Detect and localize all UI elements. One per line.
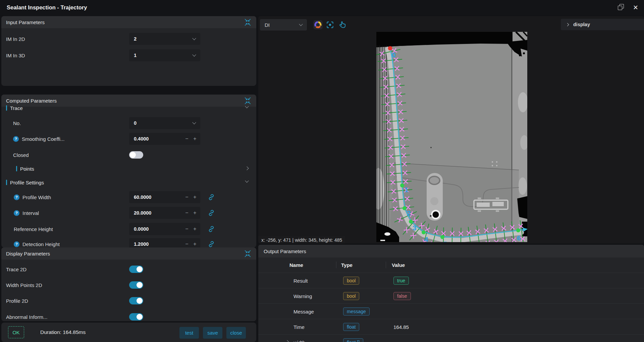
increment-button[interactable]: + <box>191 136 199 142</box>
test-button[interactable]: test <box>179 327 199 339</box>
link-icon[interactable] <box>208 226 215 232</box>
input-value: 0.4000 <box>129 136 183 141</box>
table-row-warning[interactable]: Warning bool false <box>258 288 644 303</box>
param-row-closed: Closed <box>1 149 256 161</box>
save-button[interactable]: save <box>203 327 222 339</box>
width-points-2d-toggle[interactable] <box>129 281 143 289</box>
type-badge: float <box>343 323 359 331</box>
svg-text:5: 5 <box>443 240 447 242</box>
section-points[interactable]: Points <box>1 164 256 174</box>
value-cell: true <box>393 273 409 288</box>
display-side-tab[interactable]: display <box>561 19 644 30</box>
help-icon[interactable]: ? <box>13 136 19 142</box>
restore-window-button[interactable] <box>616 2 626 12</box>
sealant-inspection-window: Sealant Inspection - Trajectory ✕ Input … <box>0 0 644 342</box>
param-label: Detection Height <box>22 241 60 247</box>
duration-text: Duration: 164.85ms <box>40 323 86 342</box>
input-parameters-header: Input Parameters ↘↙↗↖ <box>1 16 256 28</box>
detection-height-input[interactable]: 1.2000 − + <box>129 238 200 247</box>
table-row-time[interactable]: Time float 164.85 <box>258 319 644 334</box>
table-row-result[interactable]: Result bool true <box>258 273 644 288</box>
restore-icon <box>619 5 623 10</box>
section-label: Profile Settings <box>10 180 44 185</box>
increment-button[interactable]: + <box>191 194 199 200</box>
profile-2d-toggle[interactable] <box>129 297 143 304</box>
cursor-status-bar: x: -256, y: 471 | width: 345, height: 48… <box>258 236 345 243</box>
toggle-knob <box>137 314 143 320</box>
link-icon[interactable] <box>208 194 215 201</box>
footer-bar: OK Duration: 164.85ms test save close <box>1 323 256 342</box>
collapse-icon[interactable]: ↘↙↗↖ <box>244 18 251 26</box>
chevron-down-icon[interactable] <box>245 104 249 108</box>
section-trace[interactable]: Trace <box>1 103 256 113</box>
param-row-no: No. 0 <box>1 117 256 129</box>
param-label: IM In 3D <box>6 49 25 61</box>
im-in-3d-select[interactable]: 1 <box>129 49 200 61</box>
param-label: Interval <box>22 210 39 216</box>
chevron-down-icon <box>192 53 196 56</box>
expand-chevron-icon[interactable] <box>285 340 289 342</box>
column-header-type: Type <box>341 258 353 272</box>
toggle-row-trace-2d: Trace 2D <box>1 263 256 275</box>
chevron-down-icon[interactable] <box>245 179 249 182</box>
chevron-right-icon[interactable] <box>245 166 249 170</box>
abnormal-information-toggle[interactable] <box>129 313 143 321</box>
type-badge: bool <box>343 277 359 285</box>
collapse-icon[interactable]: ↘↙↗↖ <box>244 249 251 258</box>
param-row-im-in-2d: IM In 2D 2 <box>1 33 256 45</box>
profile-width-input[interactable]: 60.0000 − + <box>129 191 200 203</box>
link-icon[interactable] <box>208 241 215 247</box>
help-icon[interactable]: ? <box>14 194 19 200</box>
table-row-width[interactable]: width float [] <box>258 334 644 342</box>
close-button[interactable]: close <box>226 327 246 339</box>
smoothing-coefficient-input[interactable]: 0.4000 − + <box>129 133 200 145</box>
param-row-profile-width: ? Profile Width 60.0000 − + <box>1 191 256 203</box>
toggle-knob <box>137 266 143 272</box>
row-name: Result <box>293 273 308 288</box>
fit-view-button[interactable] <box>325 20 335 30</box>
decrement-button[interactable]: − <box>183 210 191 216</box>
colormap-button[interactable] <box>313 20 323 30</box>
titlebar: Sealant Inspection - Trajectory ✕ <box>0 0 644 15</box>
type-cell: bool <box>343 273 359 288</box>
closed-toggle[interactable] <box>129 151 143 159</box>
help-icon[interactable]: ? <box>14 241 19 247</box>
trace-no-select[interactable]: 0 <box>129 117 200 129</box>
type-cell: float <box>343 319 359 335</box>
param-row-detection-height: ? Detection Height 1.2000 − + <box>1 238 256 247</box>
decrement-button[interactable]: − <box>183 194 191 200</box>
panel-title: Output Parameters <box>258 248 306 254</box>
close-window-button[interactable]: ✕ <box>631 2 641 12</box>
output-parameters-panel: Output Parameters Name Type Value Result… <box>258 245 644 342</box>
row-name: Time <box>293 319 305 335</box>
increment-button[interactable]: + <box>191 226 199 232</box>
toggle-label: Trace 2D <box>6 263 26 275</box>
decrement-button[interactable]: − <box>183 241 191 247</box>
section-profile-settings[interactable]: Profile Settings <box>1 177 256 187</box>
inspection-image[interactable]: 0123456 <box>376 32 527 242</box>
chevron-down-icon <box>192 120 196 124</box>
display-parameters-header: Display Parameters ↘↙↗↖ <box>1 247 256 260</box>
help-icon[interactable]: ? <box>14 210 19 216</box>
svg-text:0: 0 <box>392 51 396 59</box>
svg-text:4: 4 <box>424 235 428 242</box>
increment-button[interactable]: + <box>191 241 199 247</box>
table-row-message[interactable]: Message message <box>258 303 644 319</box>
display-tab-label: display <box>573 22 590 27</box>
decrement-button[interactable]: − <box>183 136 191 142</box>
collapse-icon-bottom: ↗↖ <box>244 253 251 258</box>
panel-title: Computed Parameters <box>1 98 57 104</box>
increment-button[interactable]: + <box>191 210 199 216</box>
type-cell: float [] <box>343 335 363 342</box>
column-header-value: Value <box>392 258 405 272</box>
im-in-2d-select[interactable]: 2 <box>129 33 200 45</box>
input-value: 1.2000 <box>129 241 183 247</box>
interval-input[interactable]: 20.0000 − + <box>129 207 200 219</box>
channel-select[interactable]: DI <box>260 19 307 31</box>
decrement-button[interactable]: − <box>183 226 191 232</box>
trace-2d-toggle[interactable] <box>129 266 143 273</box>
pan-hand-button[interactable] <box>337 20 347 30</box>
reference-height-input[interactable]: 0.0000 − + <box>129 223 200 235</box>
section-accent-bar <box>6 180 7 185</box>
link-icon[interactable] <box>208 210 215 216</box>
